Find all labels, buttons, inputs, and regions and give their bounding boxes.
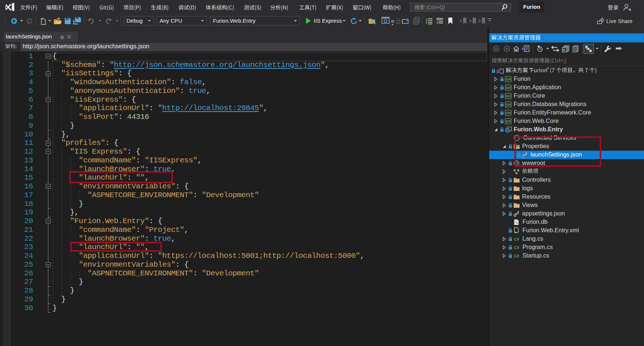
svg-text:C#: C# xyxy=(514,237,519,241)
svg-text:C#: C# xyxy=(506,86,511,90)
svg-text:C#: C# xyxy=(506,102,511,106)
svg-text:C#: C# xyxy=(506,94,511,98)
svg-text:C#: C# xyxy=(514,253,519,258)
svg-text:C#: C# xyxy=(506,77,511,81)
svg-text:C#: C# xyxy=(514,245,519,249)
svg-text:C#: C# xyxy=(506,119,511,123)
svg-text:C#: C# xyxy=(506,111,511,115)
